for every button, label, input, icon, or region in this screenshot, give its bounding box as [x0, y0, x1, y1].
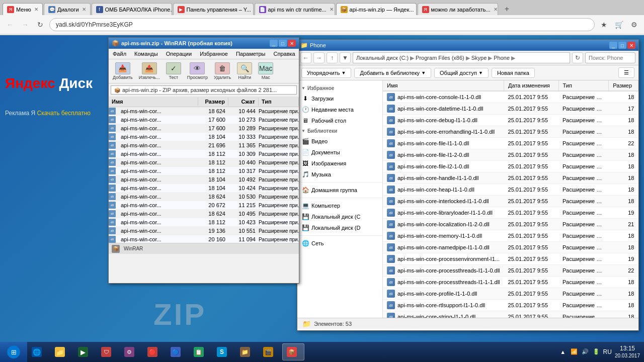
explorer-file-row[interactable]: dll api-ms-win-core-namedpipe-I1-1-0.dll… [383, 242, 638, 253]
breadcrumb-part2[interactable]: Program Files (x86) [416, 55, 464, 61]
sidebar-item-recent[interactable]: 🕐 Недавние места [297, 104, 382, 115]
start-button[interactable]: ⊞ [0, 342, 27, 362]
tab-api-close[interactable]: ✕ [330, 7, 334, 12]
ribbon-sort-btn[interactable]: Упорядочить ▼ [301, 68, 351, 78]
winrar-file-row[interactable]: dll api-ms-win-cor... 19 136 10 551 Расш… [109, 227, 299, 235]
explorer-file-row[interactable]: dll api-ms-win-core-file-I2-1-0.dll 25.0… [383, 161, 638, 172]
tab-mozhno-close[interactable]: ✕ [494, 7, 498, 12]
winrar-menu-help[interactable]: Справка [270, 50, 299, 58]
winrar-maximize[interactable]: □ [279, 40, 287, 47]
sidebar-item-drive-c[interactable]: 💾 Локальный диск (C [297, 211, 382, 222]
explorer-close[interactable]: ✕ [627, 42, 635, 49]
explorer-minimize[interactable]: _ [609, 42, 617, 49]
explorer-file-row[interactable]: dll api-ms-win-core-heap-I1-1-0.dll 25.0… [383, 184, 638, 196]
winrar-file-row[interactable]: dll api-ms-win-cor... 18 112 10 440 Расш… [109, 158, 299, 167]
explorer-back-btn[interactable]: ← [300, 52, 311, 63]
taskbar-app5[interactable]: ⚙ [120, 343, 142, 360]
winrar-test-btn[interactable]: ✓ Тест [164, 61, 183, 81]
breadcrumb-part4[interactable]: Phone [494, 55, 510, 61]
winrar-file-row[interactable]: dll api-ms-win-cor... 18 104 10 424 Расш… [109, 184, 299, 193]
tab-omg[interactable]: f ОМБ БАРАХОЛКА iPhone... ✕ [92, 3, 172, 15]
sidebar-item-images[interactable]: 🖼 Изображения [297, 158, 382, 169]
winrar-menu-favorites[interactable]: Избранное [196, 50, 232, 58]
explorer-file-row[interactable]: dll api-ms-win-core-libraryloader-I1-1-0… [383, 207, 638, 219]
winrar-file-row[interactable]: dll api-ms-win-cor... 20 160 11 094 Расш… [109, 235, 299, 243]
explorer-file-row[interactable]: dll api-ms-win-core-memory-I1-1-0.dll 25… [383, 230, 638, 242]
taskbar-winrar[interactable]: 📦 [282, 343, 304, 360]
sidebar-item-drive-d[interactable]: 💾 Локальный диск (D [297, 222, 382, 233]
explorer-file-row[interactable]: dll api-ms-win-core-console-I1-1-0.dll 2… [383, 91, 638, 103]
taskbar-app4[interactable]: 🛡 [97, 343, 119, 360]
address-field[interactable]: yadi.sk/d/0YhPmrse3EyKGP [49, 18, 595, 31]
settings-button[interactable]: ⚙ [628, 19, 640, 31]
tray-network-icon[interactable]: 📶 [570, 348, 578, 356]
sidebar-libraries-header[interactable]: Библиотеки [297, 126, 382, 136]
winrar-file-row[interactable]: dll api-ms-win-cor... 18 624 10 444 Расш… [109, 107, 299, 116]
winrar-view-btn[interactable]: 👁 Просмотр [185, 61, 210, 81]
forward-button[interactable]: → [19, 19, 31, 31]
winrar-mas-btn[interactable]: Мас Мас [256, 61, 275, 81]
col-type[interactable]: Тип [558, 80, 609, 91]
explorer-forward-btn[interactable]: → [313, 52, 325, 63]
winrar-find-btn[interactable]: 🔍 Найти [235, 61, 254, 81]
back-button[interactable]: ← [4, 19, 16, 31]
winrar-file-row[interactable]: dll api-ms-win-cor... 18 112 10 423 Расш… [109, 218, 299, 227]
winrar-file-row[interactable]: dll api-ms-win-cor... 17 600 10 273 Расш… [109, 116, 299, 124]
explorer-search-input[interactable] [585, 52, 635, 63]
sidebar-item-network[interactable]: 🌐 Сеть [297, 238, 382, 249]
sidebar-item-downloads[interactable]: ⬇ Загрузки [297, 93, 382, 104]
winrar-file-row[interactable]: dll api-ms-win-cor... 18 624 10 530 Расш… [109, 193, 299, 201]
tab-menu-close[interactable]: ✕ [34, 7, 38, 12]
sidebar-item-homegroup[interactable]: 🏠 Домашняя группа [297, 185, 382, 196]
tab-bar[interactable]: Я Меню ✕ 💬 Диалоги ✕ f ОМБ БАРАХОЛКА iPh… [0, 0, 644, 15]
breadcrumb-part1[interactable]: Локальный диск (C:) [356, 55, 409, 61]
tray-volume-icon[interactable]: 🔊 [581, 348, 589, 356]
explorer-file-row[interactable]: dll api-ms-win-core-processenvironment-I… [383, 253, 638, 265]
taskbar-mediaplayer[interactable]: ▶ [74, 343, 96, 360]
explorer-file-row[interactable]: dll api-ms-win-core-errorhandling-I1-1-0… [383, 126, 638, 138]
tray-clock[interactable]: 13:15 20.03.2017 [615, 344, 640, 360]
taskbar-app10[interactable]: 📁 [236, 343, 258, 360]
winrar-file-row[interactable]: dll api-ms-win-cor... 18 104 10 492 Расш… [109, 175, 299, 184]
explorer-refresh-btn[interactable]: ↻ [572, 52, 583, 63]
winrar-col-packed[interactable]: Сжат [228, 98, 259, 106]
winrar-menu-operations[interactable]: Операции [162, 50, 196, 58]
explorer-file-row[interactable]: dll api-ms-win-core-datetime-I1-1-0.dll … [383, 103, 638, 115]
explorer-file-row[interactable]: dll api-ms-win-core-localization-I1-2-0.… [383, 219, 638, 230]
winrar-menu-file[interactable]: Файл [109, 50, 130, 58]
winrar-add-btn[interactable]: 📥 Добавить [111, 61, 135, 81]
winrar-delete-btn[interactable]: 🗑 Удалить [212, 61, 233, 81]
explorer-file-row[interactable]: dll api-ms-win-core-debug-I1-1-0.dll 25.… [383, 115, 638, 126]
ribbon-view-btn[interactable]: ☰ [618, 67, 634, 78]
tray-battery-icon[interactable]: 🔋 [592, 348, 600, 356]
col-name[interactable]: Имя [383, 80, 504, 91]
explorer-file-row[interactable]: dll api-ms-win-core-interlocked-I1-1-0.d… [383, 196, 638, 207]
explorer-file-row[interactable]: dll api-ms-win-core-processthreads-I1-1-… [383, 265, 638, 277]
winrar-col-size[interactable]: Размер [198, 98, 228, 106]
col-size[interactable]: Размер [609, 80, 638, 91]
winrar-file-row[interactable]: dll api-ms-win-cor... 17 600 10 289 Расш… [109, 124, 299, 133]
winrar-close[interactable]: ✕ [288, 40, 296, 47]
explorer-file-row[interactable]: dll api-ms-win-core-file-I1-2-0.dll 25.0… [383, 149, 638, 161]
tab-mozhno[interactable]: Я можно ли заработать... ✕ [418, 3, 498, 15]
explorer-file-row[interactable]: dll api-ms-win-core-string-I1-1-0.dll 25… [383, 311, 638, 318]
new-tab-button[interactable]: + [501, 3, 513, 15]
taskbar-ie[interactable]: 🌐 [28, 343, 50, 360]
sidebar-item-computer[interactable]: 💻 Компьютер [297, 200, 382, 211]
winrar-col-name[interactable]: Имя [109, 98, 198, 106]
tab-api[interactable]: 📄 api ms win ctr runtime... ✕ [255, 3, 335, 15]
winrar-col-type[interactable]: Тип [259, 98, 299, 106]
winrar-menu-commands[interactable]: Команды [130, 50, 162, 58]
tab-dialogi[interactable]: 💬 Диалоги ✕ [44, 3, 91, 15]
winrar-file-row[interactable]: dll api-ms-win-cor... 18 112 10 317 Расш… [109, 167, 299, 175]
explorer-file-row[interactable]: dll api-ms-win-core-handle-I1-1-0.dll 25… [383, 172, 638, 184]
taskbar-app11[interactable]: 🎬 [259, 343, 281, 360]
sidebar-item-desktop[interactable]: 🖥 Рабочий стол [297, 115, 382, 126]
taskbar-app7[interactable]: 🔵 [167, 343, 189, 360]
taskbar-skype[interactable]: S [213, 343, 235, 360]
sidebar-item-music[interactable]: 🎵 Музыка [297, 169, 382, 180]
explorer-file-row[interactable]: dll api-ms-win-core-profile-I1-1-0.dll 2… [383, 288, 638, 300]
ribbon-share-btn[interactable]: Общий доступ ▼ [434, 68, 489, 78]
bookmark-button[interactable]: ★ [598, 19, 610, 31]
sidebar-item-docs[interactable]: 📄 Документы [297, 147, 382, 158]
